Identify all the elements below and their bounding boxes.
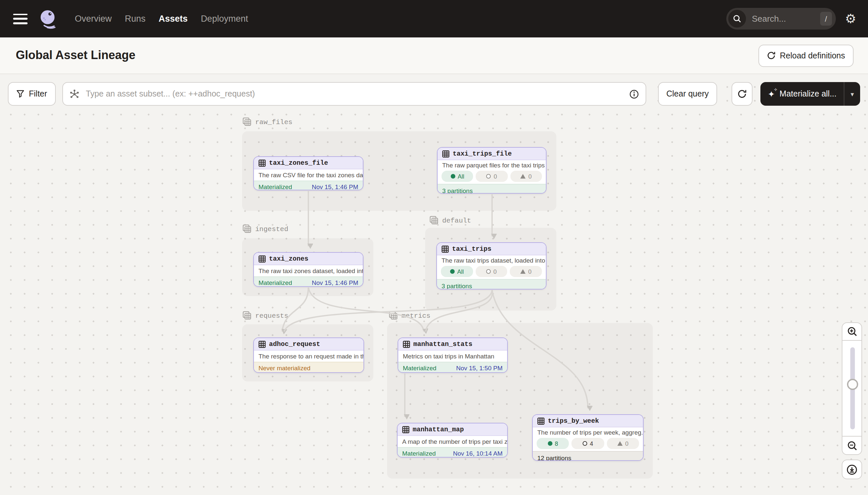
materialized-partitions-pill[interactable]: 8	[537, 438, 569, 449]
partition-health-pills: All 0 0	[437, 266, 546, 277]
asset-node-adhoc-request[interactable]: adhoc_request The response to an request…	[253, 338, 364, 373]
asset-footer: Materialized Nov 15, 1:50 PM	[398, 362, 507, 373]
asset-node-taxi-zones-file[interactable]: taxi_zones_file The raw CSV file for the…	[253, 156, 364, 190]
asset-description: The number of trips per week, aggreg...	[533, 427, 643, 437]
asset-graph-icon	[70, 89, 79, 99]
asset-description: The raw CSV file for the taxi zones dat.…	[254, 169, 363, 181]
refresh-button[interactable]	[732, 82, 753, 106]
missing-partitions-pill[interactable]: 0	[510, 266, 542, 277]
table-icon	[442, 150, 449, 157]
asset-node-manhattan-map[interactable]: manhattan_map A map of the number of tri…	[397, 423, 508, 458]
materialization-timestamp[interactable]: Nov 15, 1:46 PM	[312, 183, 358, 190]
info-icon[interactable]	[629, 89, 639, 99]
gear-icon[interactable]: ⚙	[845, 13, 856, 25]
page-header: Global Asset Lineage Reload definitions	[0, 37, 868, 74]
asset-footer: 12 partitions	[533, 451, 643, 461]
asset-footer: Materialized Nov 16, 10:14 AM	[397, 447, 507, 458]
menu-icon[interactable]	[13, 14, 28, 24]
triangle-icon	[617, 441, 623, 446]
asset-footer: Materialized Nov 15, 1:46 PM	[254, 181, 363, 190]
triangle-icon	[520, 269, 526, 274]
asset-footer: 3 partitions	[438, 184, 546, 194]
nav-right: / ⚙	[726, 8, 868, 30]
materialize-dropdown-caret[interactable]: ▾	[844, 82, 860, 106]
group-icon	[430, 216, 438, 224]
asset-query-field	[62, 82, 646, 106]
materialization-timestamp[interactable]: Nov 16, 10:14 AM	[453, 450, 502, 457]
materialized-partitions-pill[interactable]: All	[441, 266, 473, 277]
reload-definitions-button[interactable]: Reload definitions	[758, 44, 854, 67]
status-badge: Materialized	[259, 279, 292, 286]
table-icon	[403, 340, 410, 347]
status-badge: Materialized	[259, 183, 292, 190]
asset-footer: Never materialized	[254, 362, 364, 373]
triangle-icon	[520, 174, 526, 178]
refresh-icon	[738, 89, 747, 99]
asset-footer: 3 partitions	[437, 279, 546, 290]
status-badge: Materialized	[403, 364, 436, 372]
asset-node-taxi-trips[interactable]: taxi_trips The raw taxi trips dataset, l…	[436, 242, 547, 290]
asset-footer: Materialized Nov 15, 1:46 PM	[254, 276, 363, 287]
lineage-canvas[interactable]: Filter Clear query ✦✧ Materialize all...	[0, 74, 868, 495]
failed-partitions-pill[interactable]: 4	[572, 438, 604, 449]
asset-description: A map of the number of trips per taxi z.…	[397, 436, 507, 447]
table-icon	[259, 340, 266, 347]
group-label-ingested[interactable]: ingested	[243, 224, 288, 233]
materialization-timestamp[interactable]: Nov 15, 1:50 PM	[456, 364, 502, 372]
magnifier-minus-icon	[847, 440, 857, 451]
group-icon	[243, 311, 251, 320]
dagster-logo-icon[interactable]	[38, 9, 58, 29]
asset-description: The response to an request made in th...	[254, 351, 364, 362]
search-icon	[728, 10, 746, 28]
download-circle-icon	[846, 464, 857, 475]
nav-link-deployment[interactable]: Deployment	[201, 14, 248, 24]
asset-node-manhattan-stats[interactable]: manhattan_stats Metrics on taxi trips in…	[397, 338, 508, 373]
page-title: Global Asset Lineage	[16, 49, 136, 62]
download-image-button[interactable]	[842, 460, 862, 479]
group-label-raw-files[interactable]: raw_files	[243, 118, 292, 126]
ring-icon	[583, 441, 587, 446]
asset-name: trips_by_week	[548, 417, 599, 424]
group-label-default[interactable]: default	[430, 216, 471, 224]
failed-partitions-pill[interactable]: 0	[476, 171, 508, 182]
materialization-timestamp[interactable]: Nov 15, 1:46 PM	[312, 279, 358, 286]
asset-description: The raw parquet files for the taxi trips…	[438, 160, 546, 170]
zoom-slider	[842, 341, 862, 437]
asset-description: Metrics on taxi trips in Manhattan	[398, 351, 507, 362]
clear-query-button[interactable]: Clear query	[658, 82, 717, 106]
failed-partitions-pill[interactable]: 0	[475, 266, 507, 277]
zoom-out-button[interactable]	[842, 437, 862, 455]
materialized-partitions-pill[interactable]: All	[442, 171, 473, 182]
partitions-count: 3 partitions	[442, 187, 473, 194]
dot-icon	[450, 174, 455, 178]
asset-name: taxi_zones_file	[269, 159, 328, 167]
search-input[interactable]	[750, 13, 820, 24]
dot-icon	[450, 269, 455, 274]
zoom-in-button[interactable]	[842, 322, 862, 341]
refresh-icon	[767, 51, 775, 60]
nav-link-runs[interactable]: Runs	[125, 14, 146, 24]
search-shortcut-badge: /	[820, 12, 832, 25]
group-label-metrics[interactable]: metrics	[389, 311, 430, 320]
nav-link-overview[interactable]: Overview	[75, 14, 112, 24]
missing-partitions-pill[interactable]: 0	[510, 171, 542, 182]
nav-link-assets[interactable]: Assets	[159, 14, 188, 24]
zoom-slider-thumb[interactable]	[847, 379, 858, 390]
lineage-toolbar: Filter Clear query ✦✧ Materialize all...	[8, 82, 860, 106]
asset-node-taxi-zones[interactable]: taxi_zones The raw taxi zones dataset, l…	[253, 252, 364, 287]
asset-node-taxi-trips-file[interactable]: taxi_trips_file The raw parquet files fo…	[437, 147, 547, 194]
dot-icon	[548, 441, 552, 446]
filter-button[interactable]: Filter	[8, 82, 56, 106]
sparkle-icon: ✦✧	[768, 90, 775, 98]
zoom-controls	[842, 322, 862, 479]
asset-node-trips-by-week[interactable]: trips_by_week The number of trips per we…	[532, 414, 644, 461]
table-icon	[442, 245, 449, 252]
group-label-requests[interactable]: requests	[243, 311, 288, 320]
global-search[interactable]: /	[726, 8, 836, 30]
table-icon	[537, 417, 545, 424]
missing-partitions-pill[interactable]: 0	[606, 438, 639, 449]
materialize-all-button[interactable]: ✦✧ Materialize all... ▾	[761, 82, 861, 106]
ring-icon	[486, 174, 491, 178]
asset-query-input[interactable]	[85, 89, 624, 99]
asset-name: taxi_trips_file	[453, 150, 512, 157]
